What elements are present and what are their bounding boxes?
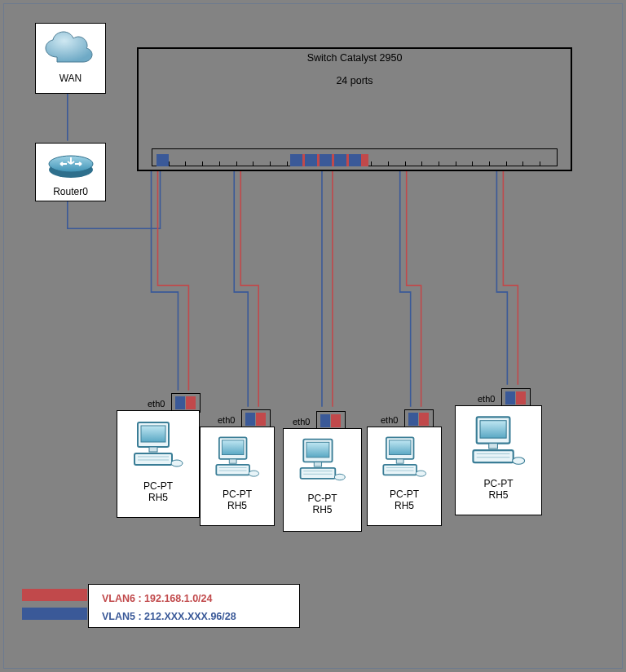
pc-icon: [117, 411, 199, 480]
wan-device: WAN: [35, 23, 106, 94]
switch-port-a-vlan5: [290, 154, 302, 166]
pc5-nic-vlan6: [516, 391, 526, 405]
svg-rect-26: [383, 464, 417, 474]
diagram-canvas: WAN Router0 Switch Catalyst 2950: [3, 3, 623, 669]
router-device: Router0: [35, 143, 106, 201]
switch-device: Switch Catalyst 2950 24 ports: [137, 47, 572, 171]
pc3-nic-vlan6: [331, 414, 341, 427]
switch-port-d-vlan5: [334, 154, 346, 166]
switch-port-c-vlan5: [320, 154, 332, 166]
svg-point-8: [171, 460, 183, 466]
svg-rect-4: [149, 447, 157, 452]
pc4-label1: PC-PT: [368, 489, 441, 500]
pc3-device: PC-PT RH5: [283, 428, 362, 532]
svg-rect-19: [301, 467, 336, 478]
pc-icon: [456, 406, 541, 478]
svg-rect-12: [216, 464, 249, 474]
switch-port-e-vlan5: [349, 154, 361, 166]
legend-vlan5: VLAN5 : 212.XXX.XXX.96/28: [102, 609, 289, 624]
svg-rect-24: [389, 440, 411, 454]
pc5-device: PC-PT RH5: [455, 405, 542, 515]
switch-port-b-vlan5: [305, 154, 317, 166]
pc3-label1: PC-PT: [284, 493, 361, 504]
switch-title: Switch Catalyst 2950: [139, 52, 571, 64]
pc4-nic-vlan5: [408, 413, 418, 426]
wan-label: WAN: [36, 71, 105, 86]
pc2-nic-label: eth0: [218, 415, 235, 425]
legend-box: VLAN6 : 192.168.1.0/24 VLAN5 : 212.XXX.X…: [88, 584, 300, 628]
svg-point-29: [416, 471, 425, 476]
pc2-nic-vlan6: [256, 413, 266, 426]
svg-rect-33: [473, 450, 513, 462]
svg-point-22: [334, 474, 345, 480]
pc4-label2: RH5: [368, 500, 441, 511]
svg-point-36: [513, 457, 525, 464]
pc4-nic-label: eth0: [381, 415, 398, 425]
pc3-label2: RH5: [284, 504, 361, 515]
svg-rect-18: [314, 462, 321, 466]
router-label: Router0: [36, 184, 105, 200]
svg-rect-5: [134, 453, 172, 465]
svg-rect-32: [489, 443, 498, 448]
pc-icon: [284, 429, 361, 493]
legend-swatch-vlan6: [22, 589, 87, 601]
pc3-nic-label: eth0: [293, 417, 310, 427]
switch-ports-label: 24 ports: [139, 75, 571, 86]
svg-rect-10: [222, 440, 244, 454]
pc4-nic-vlan6: [419, 413, 429, 426]
pc-icon: [201, 427, 274, 489]
pc4-device: PC-PT RH5: [367, 427, 442, 526]
svg-point-15: [249, 471, 258, 476]
router-icon: [36, 144, 105, 184]
svg-rect-17: [306, 442, 329, 458]
pc5-label2: RH5: [456, 489, 541, 501]
pc1-nic-label: eth0: [148, 399, 165, 409]
svg-rect-3: [141, 426, 165, 442]
svg-rect-31: [480, 420, 506, 437]
pc1-nic-vlan6: [186, 396, 196, 409]
pc1-nic-vlan5: [175, 396, 185, 409]
legend-vlan6: VLAN6 : 192.168.1.0/24: [102, 591, 289, 606]
pc5-nic-label: eth0: [478, 394, 495, 404]
pc1-label1: PC-PT: [117, 480, 199, 492]
pc-icon: [368, 427, 441, 489]
svg-rect-11: [229, 458, 236, 462]
switch-port-1-vlan5: [156, 154, 169, 166]
pc5-label1: PC-PT: [456, 478, 541, 489]
pc3-nic-vlan5: [320, 414, 330, 427]
pc5-nic-vlan5: [505, 391, 515, 405]
pc2-nic-vlan5: [245, 413, 255, 426]
pc2-label1: PC-PT: [201, 489, 274, 500]
pc2-device: PC-PT RH5: [200, 427, 275, 526]
cloud-icon: [36, 24, 105, 71]
svg-rect-25: [396, 458, 403, 462]
pc1-device: PC-PT RH5: [117, 410, 200, 518]
legend-swatch-vlan5: [22, 608, 87, 620]
pc1-label2: RH5: [117, 492, 199, 503]
pc2-label2: RH5: [201, 500, 274, 511]
